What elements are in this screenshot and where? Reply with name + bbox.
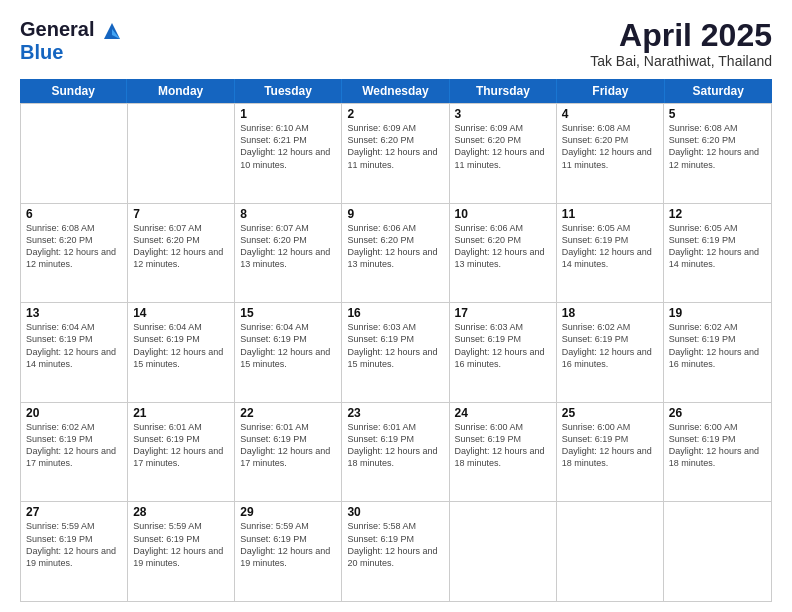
day-number: 23: [347, 406, 443, 420]
week-row-2: 6Sunrise: 6:08 AM Sunset: 6:20 PM Daylig…: [21, 203, 771, 303]
day-info: Sunrise: 6:02 AM Sunset: 6:19 PM Dayligh…: [669, 321, 766, 370]
day-cell-30: 30Sunrise: 5:58 AM Sunset: 6:19 PM Dayli…: [342, 502, 449, 601]
day-cell-20: 20Sunrise: 6:02 AM Sunset: 6:19 PM Dayli…: [21, 403, 128, 502]
logo-icon: [102, 21, 122, 41]
day-number: 1: [240, 107, 336, 121]
day-cell-16: 16Sunrise: 6:03 AM Sunset: 6:19 PM Dayli…: [342, 303, 449, 402]
day-cell-12: 12Sunrise: 6:05 AM Sunset: 6:19 PM Dayli…: [664, 204, 771, 303]
day-info: Sunrise: 6:00 AM Sunset: 6:19 PM Dayligh…: [669, 421, 766, 470]
day-number: 3: [455, 107, 551, 121]
day-cell-23: 23Sunrise: 6:01 AM Sunset: 6:19 PM Dayli…: [342, 403, 449, 502]
day-info: Sunrise: 6:04 AM Sunset: 6:19 PM Dayligh…: [240, 321, 336, 370]
day-cell-25: 25Sunrise: 6:00 AM Sunset: 6:19 PM Dayli…: [557, 403, 664, 502]
day-number: 16: [347, 306, 443, 320]
day-cell-empty: [450, 502, 557, 601]
day-info: Sunrise: 6:02 AM Sunset: 6:19 PM Dayligh…: [26, 421, 122, 470]
day-cell-18: 18Sunrise: 6:02 AM Sunset: 6:19 PM Dayli…: [557, 303, 664, 402]
day-cell-empty: [664, 502, 771, 601]
week-row-4: 20Sunrise: 6:02 AM Sunset: 6:19 PM Dayli…: [21, 402, 771, 502]
day-info: Sunrise: 6:05 AM Sunset: 6:19 PM Dayligh…: [562, 222, 658, 271]
day-number: 7: [133, 207, 229, 221]
day-info: Sunrise: 6:09 AM Sunset: 6:20 PM Dayligh…: [455, 122, 551, 171]
day-number: 26: [669, 406, 766, 420]
day-number: 17: [455, 306, 551, 320]
day-info: Sunrise: 6:03 AM Sunset: 6:19 PM Dayligh…: [347, 321, 443, 370]
day-info: Sunrise: 5:59 AM Sunset: 6:19 PM Dayligh…: [240, 520, 336, 569]
day-info: Sunrise: 6:08 AM Sunset: 6:20 PM Dayligh…: [562, 122, 658, 171]
page: General Blue April 2025 Tak Bai, Narathi…: [0, 0, 792, 612]
day-info: Sunrise: 5:58 AM Sunset: 6:19 PM Dayligh…: [347, 520, 443, 569]
day-info: Sunrise: 6:01 AM Sunset: 6:19 PM Dayligh…: [347, 421, 443, 470]
day-cell-24: 24Sunrise: 6:00 AM Sunset: 6:19 PM Dayli…: [450, 403, 557, 502]
day-cell-2: 2Sunrise: 6:09 AM Sunset: 6:20 PM Daylig…: [342, 104, 449, 203]
day-cell-27: 27Sunrise: 5:59 AM Sunset: 6:19 PM Dayli…: [21, 502, 128, 601]
day-info: Sunrise: 5:59 AM Sunset: 6:19 PM Dayligh…: [26, 520, 122, 569]
day-info: Sunrise: 6:07 AM Sunset: 6:20 PM Dayligh…: [240, 222, 336, 271]
day-number: 11: [562, 207, 658, 221]
day-number: 13: [26, 306, 122, 320]
day-cell-13: 13Sunrise: 6:04 AM Sunset: 6:19 PM Dayli…: [21, 303, 128, 402]
day-number: 29: [240, 505, 336, 519]
week-row-3: 13Sunrise: 6:04 AM Sunset: 6:19 PM Dayli…: [21, 302, 771, 402]
logo-general: General: [20, 18, 94, 40]
day-number: 30: [347, 505, 443, 519]
day-cell-14: 14Sunrise: 6:04 AM Sunset: 6:19 PM Dayli…: [128, 303, 235, 402]
day-number: 21: [133, 406, 229, 420]
day-number: 4: [562, 107, 658, 121]
day-number: 10: [455, 207, 551, 221]
logo: General Blue: [20, 18, 122, 63]
week-row-5: 27Sunrise: 5:59 AM Sunset: 6:19 PM Dayli…: [21, 501, 771, 601]
day-cell-8: 8Sunrise: 6:07 AM Sunset: 6:20 PM Daylig…: [235, 204, 342, 303]
day-info: Sunrise: 6:08 AM Sunset: 6:20 PM Dayligh…: [669, 122, 766, 171]
day-cell-11: 11Sunrise: 6:05 AM Sunset: 6:19 PM Dayli…: [557, 204, 664, 303]
header-day-friday: Friday: [557, 79, 664, 103]
day-cell-28: 28Sunrise: 5:59 AM Sunset: 6:19 PM Dayli…: [128, 502, 235, 601]
day-cell-6: 6Sunrise: 6:08 AM Sunset: 6:20 PM Daylig…: [21, 204, 128, 303]
day-number: 12: [669, 207, 766, 221]
header-day-wednesday: Wednesday: [342, 79, 449, 103]
title-block: April 2025 Tak Bai, Narathiwat, Thailand: [590, 18, 772, 69]
day-number: 8: [240, 207, 336, 221]
header-day-tuesday: Tuesday: [235, 79, 342, 103]
day-cell-3: 3Sunrise: 6:09 AM Sunset: 6:20 PM Daylig…: [450, 104, 557, 203]
day-cell-4: 4Sunrise: 6:08 AM Sunset: 6:20 PM Daylig…: [557, 104, 664, 203]
day-cell-17: 17Sunrise: 6:03 AM Sunset: 6:19 PM Dayli…: [450, 303, 557, 402]
day-cell-empty: [21, 104, 128, 203]
day-number: 27: [26, 505, 122, 519]
day-cell-empty: [128, 104, 235, 203]
day-info: Sunrise: 6:01 AM Sunset: 6:19 PM Dayligh…: [240, 421, 336, 470]
day-info: Sunrise: 6:01 AM Sunset: 6:19 PM Dayligh…: [133, 421, 229, 470]
day-info: Sunrise: 6:04 AM Sunset: 6:19 PM Dayligh…: [133, 321, 229, 370]
day-info: Sunrise: 6:06 AM Sunset: 6:20 PM Dayligh…: [455, 222, 551, 271]
day-number: 20: [26, 406, 122, 420]
day-cell-10: 10Sunrise: 6:06 AM Sunset: 6:20 PM Dayli…: [450, 204, 557, 303]
day-number: 15: [240, 306, 336, 320]
day-info: Sunrise: 6:03 AM Sunset: 6:19 PM Dayligh…: [455, 321, 551, 370]
day-number: 25: [562, 406, 658, 420]
day-cell-9: 9Sunrise: 6:06 AM Sunset: 6:20 PM Daylig…: [342, 204, 449, 303]
day-info: Sunrise: 6:07 AM Sunset: 6:20 PM Dayligh…: [133, 222, 229, 271]
day-info: Sunrise: 6:00 AM Sunset: 6:19 PM Dayligh…: [455, 421, 551, 470]
header-day-sunday: Sunday: [20, 79, 127, 103]
day-cell-empty: [557, 502, 664, 601]
day-info: Sunrise: 6:00 AM Sunset: 6:19 PM Dayligh…: [562, 421, 658, 470]
calendar-body: 1Sunrise: 6:10 AM Sunset: 6:21 PM Daylig…: [20, 103, 772, 602]
day-info: Sunrise: 6:06 AM Sunset: 6:20 PM Dayligh…: [347, 222, 443, 271]
logo-blue: Blue: [20, 41, 122, 63]
day-number: 9: [347, 207, 443, 221]
location: Tak Bai, Narathiwat, Thailand: [590, 53, 772, 69]
calendar: SundayMondayTuesdayWednesdayThursdayFrid…: [20, 79, 772, 602]
month-title: April 2025: [590, 18, 772, 53]
calendar-header: SundayMondayTuesdayWednesdayThursdayFrid…: [20, 79, 772, 103]
logo-text: General Blue: [20, 18, 122, 63]
day-cell-5: 5Sunrise: 6:08 AM Sunset: 6:20 PM Daylig…: [664, 104, 771, 203]
day-number: 22: [240, 406, 336, 420]
day-info: Sunrise: 6:09 AM Sunset: 6:20 PM Dayligh…: [347, 122, 443, 171]
day-cell-29: 29Sunrise: 5:59 AM Sunset: 6:19 PM Dayli…: [235, 502, 342, 601]
header-day-monday: Monday: [127, 79, 234, 103]
day-number: 19: [669, 306, 766, 320]
day-number: 24: [455, 406, 551, 420]
day-number: 5: [669, 107, 766, 121]
day-cell-21: 21Sunrise: 6:01 AM Sunset: 6:19 PM Dayli…: [128, 403, 235, 502]
day-info: Sunrise: 6:05 AM Sunset: 6:19 PM Dayligh…: [669, 222, 766, 271]
